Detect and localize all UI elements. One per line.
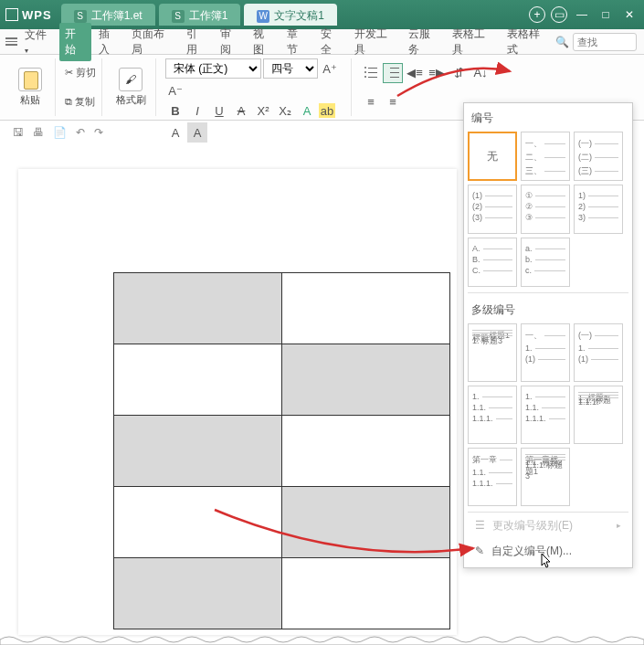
maximize-button[interactable]: □ xyxy=(596,5,615,24)
char-shading-button[interactable]: A xyxy=(187,122,207,143)
numbering-style[interactable]: 1)2)3) xyxy=(574,185,623,234)
format-painter-button[interactable]: 🖌 格式刷 xyxy=(111,68,150,107)
table-row xyxy=(114,416,450,487)
numbering-style[interactable]: ①②③ xyxy=(521,185,570,234)
minimize-button[interactable]: — xyxy=(573,5,591,24)
app-logo: WPS xyxy=(5,8,52,22)
sort-button[interactable]: A↓ xyxy=(470,63,491,83)
mouse-cursor-icon xyxy=(540,553,553,569)
table-row xyxy=(114,273,450,344)
numbering-none[interactable]: 无 xyxy=(468,132,517,181)
numbered-list-button[interactable] xyxy=(383,63,403,83)
menu-cloud[interactable]: 云服务 xyxy=(403,23,445,61)
menu-file[interactable]: 文件 ▾ xyxy=(19,24,58,59)
align-left-button[interactable]: ≡ xyxy=(361,91,381,111)
multilevel-style[interactable]: 1.1.1.1.1.1. xyxy=(468,386,517,444)
italic-button[interactable]: I xyxy=(187,100,207,121)
change-level-item: ☰ 更改编号级别(E) ▸ xyxy=(468,513,628,538)
spreadsheet-icon: S xyxy=(172,10,185,23)
search-icon: 🔍 xyxy=(555,36,569,48)
multilevel-style[interactable]: (一)1.(1) xyxy=(574,323,623,382)
search-input[interactable] xyxy=(573,33,637,51)
menu-references[interactable]: 引用 xyxy=(181,23,213,61)
numbering-style[interactable]: (1)(2)(3) xyxy=(468,185,517,234)
multilevel-style[interactable]: 一、标题1 标题 2 1. 标题3 xyxy=(468,323,517,382)
section-title-multilevel: 多级编号 xyxy=(468,299,628,323)
table-row xyxy=(114,487,450,558)
table-row xyxy=(114,558,450,629)
text-effect-button[interactable]: A xyxy=(297,100,317,121)
document-table[interactable] xyxy=(113,272,450,629)
brush-icon: 🖌 xyxy=(119,68,143,91)
close-button[interactable]: ✕ xyxy=(620,5,639,24)
menu-section[interactable]: 章节 xyxy=(281,23,313,61)
menu-security[interactable]: 安全 xyxy=(315,23,347,61)
decrease-indent-button[interactable]: ◀≡ xyxy=(405,63,425,83)
strike-button[interactable]: A xyxy=(231,100,251,121)
font-color-button[interactable]: A xyxy=(165,122,185,143)
superscript-button[interactable]: X² xyxy=(253,100,273,121)
numbering-style[interactable]: 一、二、三、 xyxy=(521,132,570,181)
align-center-button[interactable]: ≡ xyxy=(383,91,403,111)
spreadsheet-icon: S xyxy=(74,10,87,23)
paste-icon xyxy=(18,68,42,91)
menu-bar: 文件 ▾ 开始 插入 页面布局 引用 审阅 视图 章节 安全 开发工具 云服务 … xyxy=(0,29,644,55)
multilevel-style[interactable]: 第一章标题11.1. 标题21.1.1.标题3 xyxy=(521,448,570,506)
document-icon: W xyxy=(257,10,269,23)
print-icon[interactable]: 🖶 xyxy=(33,126,44,139)
new-tab-button[interactable]: + xyxy=(529,6,545,23)
multilevel-style[interactable]: 1. 标题11.1. 标题1.1.1. xyxy=(574,386,623,444)
copy-icon: ⧉ xyxy=(65,96,72,108)
numbering-style[interactable]: A.B.C. xyxy=(468,238,517,287)
multilevel-style[interactable]: 1.1.1.1.1.1. xyxy=(521,386,570,444)
paste-button[interactable]: 粘贴 xyxy=(11,68,49,107)
undo-icon[interactable]: ↶ xyxy=(76,126,85,139)
menu-review[interactable]: 审阅 xyxy=(215,23,247,61)
hamburger-icon[interactable] xyxy=(5,36,17,48)
menu-insert[interactable]: 插入 xyxy=(93,23,125,61)
torn-edge-decoration xyxy=(0,634,644,645)
numbering-style[interactable]: a.b.c. xyxy=(521,238,570,287)
font-size-select[interactable]: 四号 xyxy=(263,58,318,79)
menu-devtools[interactable]: 开发工具 xyxy=(349,23,401,61)
redo-icon[interactable]: ↷ xyxy=(94,126,103,139)
increase-indent-button[interactable]: ≡▶ xyxy=(427,63,447,83)
menu-tabletools[interactable]: 表格工具 xyxy=(447,23,499,61)
subscript-button[interactable]: X₂ xyxy=(275,100,295,121)
increase-font-button[interactable]: A⁺ xyxy=(320,58,340,79)
numbering-dropdown: 编号 无 一、二、三、 (一)(二)(三) (1)(2)(3) ①②③ 1)2)… xyxy=(463,102,633,568)
section-title-numbering: 编号 xyxy=(468,107,628,132)
table-row xyxy=(114,344,450,416)
font-family-select[interactable]: 宋体 (正文) xyxy=(165,58,261,79)
menu-tablestyle[interactable]: 表格样式 xyxy=(501,23,554,61)
pencil-icon: ✎ xyxy=(475,545,484,557)
bullet-list-button[interactable] xyxy=(361,63,381,83)
numbering-style[interactable]: (一)(二)(三) xyxy=(574,132,623,181)
bold-button[interactable]: B xyxy=(165,100,185,121)
menu-home[interactable]: 开始 xyxy=(59,23,91,61)
multilevel-style[interactable]: 第一章1.1.1.1.1. xyxy=(468,448,517,506)
highlight-button[interactable]: ab xyxy=(319,103,335,118)
menu-pagelayout[interactable]: 页面布局 xyxy=(126,23,178,61)
indent-icon: ☰ xyxy=(475,519,485,532)
save-icon[interactable]: 🖫 xyxy=(13,126,24,139)
scissors-icon: ✂ xyxy=(65,67,73,79)
menu-view[interactable]: 视图 xyxy=(248,23,280,61)
copy-button[interactable]: ⧉复制 xyxy=(65,92,96,111)
cut-button[interactable]: ✂剪切 xyxy=(65,64,96,82)
tab-list-button[interactable]: ▭ xyxy=(551,6,567,23)
underline-button[interactable]: U xyxy=(209,100,229,121)
multilevel-style[interactable]: 一、1.(1) xyxy=(521,323,570,382)
decrease-font-button[interactable]: A⁻ xyxy=(165,80,185,100)
line-spacing-button[interactable]: ⇵ xyxy=(449,63,469,83)
document-page xyxy=(18,169,457,635)
print-preview-icon[interactable]: 📄 xyxy=(53,126,67,139)
